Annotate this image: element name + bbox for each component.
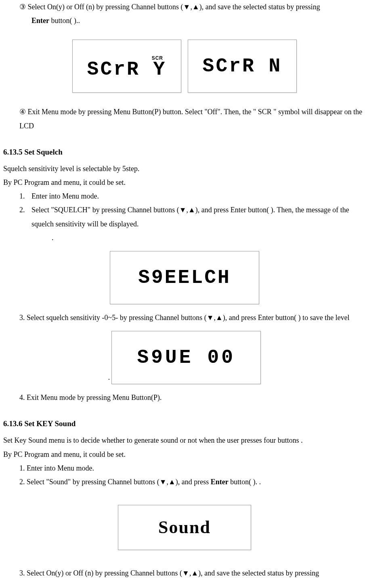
sound-intro-1: Set Key Sound menu is to decide whether … [3,433,366,447]
lcd-scr-y-box: SCR SCrR Y [72,40,181,93]
sound-step-2c: button( ). . [229,478,261,486]
lcd-squelch-text: S9EELCH [138,268,231,287]
step-3: ③ Select On(y) or Off (n) by pressing Ch… [19,0,366,14]
squelch-step-4: 4. Exit Menu mode by pressing Menu Butto… [19,391,366,404]
step-4-text: Exit Menu mode by pressing Menu Button(P… [19,108,362,130]
lcd-squelch-box: S9EELCH [110,251,259,304]
step-3-line2: Enter button( ).. [31,14,366,27]
lcd-scr-y-text: SCrR Y [87,60,167,79]
lcd-sound-box: Sound [118,505,251,550]
enter-label: Enter [211,478,229,486]
squelch-step-2-text: Select "SQUELCH" by pressing Channel but… [31,203,366,230]
lcd-squelch-row: S9EELCH [3,251,366,304]
squelch-intro-2: By PC Program and menu, it could be set. [3,176,366,189]
squelch-step-1-text: Enter into Menu mode. [31,189,366,203]
sound-step-2a: 2. Select "Sound" by pressing Channel bu… [19,478,211,486]
leading-dot: . [108,370,110,384]
step-3-tail: button( ).. [49,17,80,25]
enter-label: Enter [31,17,49,25]
sound-intro-2: By PC Program and menu, it could be set. [3,448,366,461]
lcd-scr-n-box: SCrR N [188,40,297,93]
lcd-sque00-box: S9UE 00 [111,331,261,384]
lcd-sque00-row: . S9UE 00 [3,331,366,384]
sound-step-2: 2. Select "Sound" by pressing Channel bu… [19,475,366,489]
step-4: ④ Exit Menu mode by pressing Menu Button… [19,105,366,132]
lcd-scr-n-text: SCrR N [203,56,282,76]
sound-step-3: 3. Select On(y) or Off (n) by pressing C… [19,566,366,580]
step-4-marker: ④ [19,108,26,116]
lcd-sound-text: Sound [158,511,211,544]
squelch-dot: . [52,231,366,245]
heading-6-13-5: 6.13.5 Set Squelch [3,145,366,159]
squelch-step-2: 2. Select "SQUELCH" by pressing Channel … [19,203,366,230]
heading-6-13-6: 6.13.6 Set KEY Sound [3,416,366,431]
list-number: 2. [19,203,31,230]
sound-step-1: 1. Enter into Menu mode. [19,461,366,475]
squelch-intro-1: Squelch sensitivity level is selectable … [3,162,366,176]
squelch-step-1: 1. Enter into Menu mode. [19,189,366,203]
lcd-sound-row: Sound [3,505,366,550]
squelch-step-3: 3. Select squelch sensitivity -0~5- by p… [19,311,366,324]
list-number: 1. [19,189,31,203]
lcd-scr-row: SCR SCrR Y SCrR N [3,40,366,93]
step-3-marker: ③ [19,3,26,11]
lcd-sque00-text: S9UE 00 [137,348,235,367]
step-3-text: Select On(y) or Off (n) by pressing Chan… [26,3,320,11]
